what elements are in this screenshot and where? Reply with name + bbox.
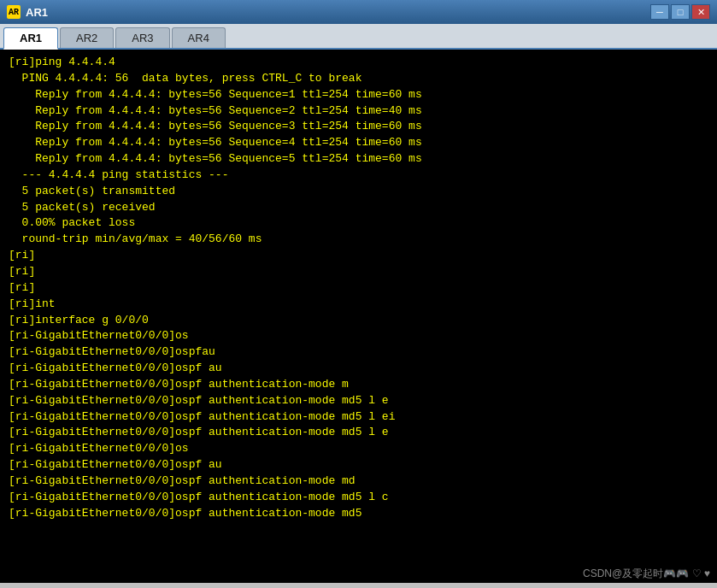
terminal-line: [ri-GigabitEthernet0/0/0]ospf authentica…: [9, 425, 708, 441]
tab-bar: AR1 AR2 AR3 AR4: [0, 24, 717, 50]
terminal-line: PING 4.4.4.4: 56 data bytes, press CTRL_…: [9, 71, 708, 87]
terminal-line: [ri-GigabitEthernet0/0/0]ospf authentica…: [9, 473, 708, 490]
tab-ar4[interactable]: AR4: [172, 27, 226, 48]
terminal-line: Reply from 4.4.4.4: bytes=56 Sequence=2 …: [9, 103, 708, 120]
terminal-line: [ri-GigabitEthernet0/0/0]os: [9, 441, 708, 457]
tab-ar3[interactable]: AR3: [115, 27, 169, 48]
terminal-line: 5 packet(s) received: [9, 200, 708, 216]
minimize-button[interactable]: ─: [650, 4, 669, 20]
terminal-line: [ri-GigabitEthernet0/0/0]ospf authentica…: [9, 490, 708, 506]
terminal-line: [ri]: [9, 264, 708, 280]
watermark: CSDN@及零起时🎮🎮 ♡ ♥: [583, 567, 710, 581]
terminal-line: [ri-GigabitEthernet0/0/0]ospf authentica…: [9, 377, 708, 393]
terminal-line: [ri-GigabitEthernet0/0/0]ospfau: [9, 344, 708, 361]
terminal-line: Reply from 4.4.4.4: bytes=56 Sequence=1 …: [9, 87, 708, 103]
terminal-line: [ri]interface g 0/0/0: [9, 313, 708, 329]
terminal-line: Reply from 4.4.4.4: bytes=56 Sequence=4 …: [9, 135, 708, 151]
terminal-line: [ri]ping 4.4.4.4: [9, 55, 708, 71]
terminal-line: Reply from 4.4.4.4: bytes=56 Sequence=5 …: [9, 151, 708, 168]
terminal-line: Reply from 4.4.4.4: bytes=56 Sequence=3 …: [9, 119, 708, 135]
terminal-line: [ri]: [9, 248, 708, 264]
terminal-output[interactable]: [ri]ping 4.4.4.4 PING 4.4.4.4: 56 data b…: [0, 50, 717, 583]
terminal-line: [ri-GigabitEthernet0/0/0]ospf authentica…: [9, 409, 708, 426]
terminal-line: 0.00% packet loss: [9, 215, 708, 232]
restore-button[interactable]: □: [671, 4, 690, 20]
terminal-line: --- 4.4.4.4 ping statistics ---: [9, 168, 708, 184]
close-button[interactable]: ✕: [691, 4, 710, 20]
title-bar: AR AR1 ─ □ ✕: [0, 0, 717, 24]
terminal-line: [ri-GigabitEthernet0/0/0]ospf authentica…: [9, 506, 708, 522]
window-title: AR1: [26, 6, 650, 19]
terminal-line: [ri-GigabitEthernet0/0/0]ospf authentica…: [9, 393, 708, 409]
terminal-line: [ri]: [9, 280, 708, 297]
tab-ar2[interactable]: AR2: [60, 27, 114, 48]
terminal-line: [ri-GigabitEthernet0/0/0]ospf au: [9, 361, 708, 377]
terminal-line: [ri-GigabitEthernet0/0/0]ospf au: [9, 457, 708, 473]
terminal-line: [ri-GigabitEthernet0/0/0]os: [9, 328, 708, 344]
app-icon: AR: [7, 5, 21, 19]
terminal-line: 5 packet(s) transmitted: [9, 184, 708, 200]
terminal-line: [ri]int: [9, 297, 708, 313]
tab-ar1[interactable]: AR1: [3, 27, 58, 50]
app-icon-text: AR: [9, 8, 19, 17]
terminal-line: round-trip min/avg/max = 40/56/60 ms: [9, 232, 708, 248]
window-controls: ─ □ ✕: [650, 4, 710, 20]
